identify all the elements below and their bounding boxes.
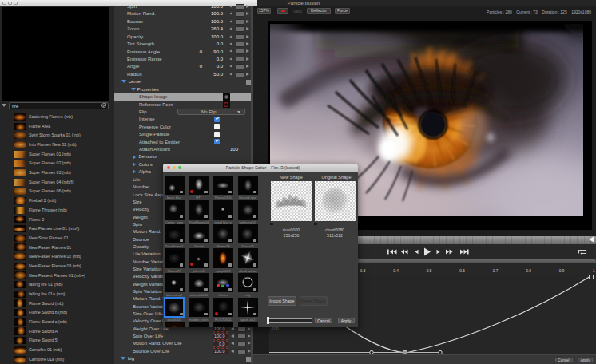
svg-text:-100: -100 — [271, 327, 279, 331]
